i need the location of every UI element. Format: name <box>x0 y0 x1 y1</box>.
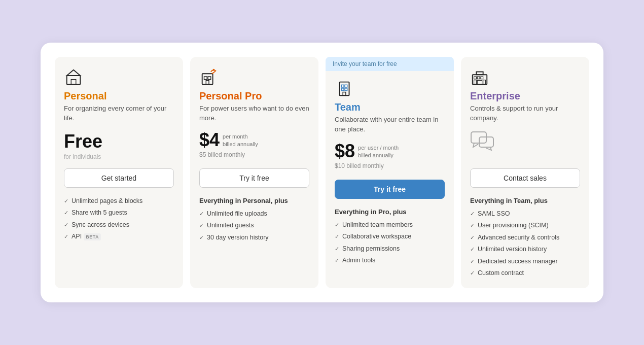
plan-desc-enterprise: Controls & support to run your company. <box>470 104 580 122</box>
check-icon: ✓ <box>470 258 475 265</box>
feature-item: ✓ Unlimited guests <box>199 221 309 230</box>
feature-item: ✓ Dedicated success manager <box>470 257 580 266</box>
feature-item: ✓ Share with 5 guests <box>64 209 174 218</box>
feature-list-personal: ✓ Unlimited pages & blocks ✓ Share with … <box>64 197 174 242</box>
feature-text: Sharing permissions <box>342 245 400 254</box>
feature-item: ✓ Advanced security & controls <box>470 233 580 243</box>
svg-rect-21 <box>476 72 483 75</box>
feature-item: ✓ Unlimited file uploads <box>199 210 309 219</box>
check-icon: ✓ <box>199 234 204 242</box>
highlight-banner: Invite your team for free <box>326 57 454 71</box>
plan-card-team: Invite your team for free TeamCollaborat… <box>326 57 454 288</box>
feature-text: Dedicated success manager <box>478 257 558 266</box>
features-header-personal-pro: Everything in Personal, plus <box>199 197 309 204</box>
svg-rect-10 <box>345 85 347 88</box>
feature-text: Custom contract <box>478 269 524 278</box>
api-badge: BETA <box>84 233 101 241</box>
price-billed-personal-pro: billed annually <box>223 141 258 148</box>
check-icon: ✓ <box>64 197 68 205</box>
feature-text: SAML SSO <box>478 210 510 219</box>
check-icon: ✓ <box>470 234 475 242</box>
svg-rect-4 <box>204 77 207 80</box>
svg-rect-13 <box>343 92 346 96</box>
feature-item: ✓ Unlimited pages & blocks <box>64 197 174 206</box>
plan-btn-personal-pro[interactable]: Try it free <box>199 168 309 188</box>
feature-text: Unlimited guests <box>207 221 254 230</box>
price-area-enterprise <box>470 131 580 161</box>
svg-point-7 <box>213 69 215 71</box>
check-icon: ✓ <box>64 221 68 229</box>
feature-text: Share with 5 guests <box>71 209 127 218</box>
feature-text: Sync across devices <box>71 221 129 230</box>
plan-btn-enterprise[interactable]: Contact sales <box>470 168 580 188</box>
feature-item: ✓ Unlimited team members <box>335 221 445 230</box>
check-icon: ✓ <box>335 245 339 253</box>
feature-list-enterprise: ✓ SAML SSO ✓ User provisioning (SCIM) ✓ … <box>470 210 580 278</box>
feature-text: Unlimited version history <box>478 245 547 254</box>
svg-rect-14 <box>473 75 487 85</box>
svg-rect-2 <box>71 80 76 85</box>
plan-card-enterprise: EnterpriseControls & support to run your… <box>461 57 589 288</box>
feature-item: ✓ Custom contract <box>470 269 580 278</box>
plan-name-team: Team <box>335 101 445 113</box>
check-icon: ✓ <box>199 210 204 218</box>
feature-item: ✓ Sync across devices <box>64 221 174 230</box>
plan-desc-personal: For organizing every corner of your life… <box>64 104 174 122</box>
feature-text: Collaborative workspace <box>342 232 411 242</box>
feature-text: User provisioning (SCIM) <box>478 221 549 230</box>
feature-item: ✓ APIBETA <box>64 232 174 242</box>
price-for-individuals: for individuals <box>64 153 174 160</box>
price-area-personal-pro: $4 per month billed annually $5 billed m… <box>199 131 309 161</box>
svg-rect-18 <box>474 80 477 85</box>
check-icon: ✓ <box>64 209 68 217</box>
feature-text: Advanced security & controls <box>478 233 559 243</box>
check-icon: ✓ <box>470 210 475 218</box>
price-billed-team: billed annually <box>358 152 399 159</box>
price-monthly-team: $10 billed monthly <box>335 162 445 169</box>
price-free: Free <box>64 131 174 152</box>
svg-rect-9 <box>341 85 344 88</box>
plan-btn-personal[interactable]: Get started <box>64 168 174 188</box>
check-icon: ✓ <box>470 222 475 229</box>
feature-text: Unlimited team members <box>342 221 413 230</box>
feature-text: Unlimited pages & blocks <box>71 197 142 206</box>
feature-item: ✓ Unlimited version history <box>470 245 580 254</box>
feature-item: ✓ Admin tools <box>335 256 445 265</box>
plan-name-personal-pro: Personal Pro <box>199 90 309 102</box>
price-area-personal: Freefor individuals <box>64 131 174 161</box>
check-icon: ✓ <box>335 221 339 229</box>
plan-name-enterprise: Enterprise <box>470 90 580 102</box>
svg-rect-19 <box>483 80 486 85</box>
feature-text: Admin tools <box>342 256 375 265</box>
plan-desc-team: Collaborate with your entire team in one… <box>335 115 445 133</box>
check-icon: ✓ <box>470 269 475 277</box>
plan-name-personal: Personal <box>64 90 174 102</box>
feature-item: ✓ Collaborative workspace <box>335 232 445 242</box>
svg-rect-16 <box>477 77 480 79</box>
check-icon: ✓ <box>64 233 68 240</box>
plan-desc-personal-pro: For power users who want to do even more… <box>199 104 309 122</box>
check-icon: ✓ <box>335 257 339 264</box>
feature-list-team: ✓ Unlimited team members ✓ Collaborative… <box>335 221 445 265</box>
feature-item: ✓ User provisioning (SCIM) <box>470 221 580 230</box>
svg-rect-11 <box>341 88 344 91</box>
feature-text: APIBETA <box>71 232 101 242</box>
pricing-container: PersonalFor organizing every corner of y… <box>41 43 603 302</box>
svg-rect-17 <box>481 77 483 79</box>
svg-rect-20 <box>477 81 482 85</box>
features-header-team: Everything in Pro, plus <box>335 208 445 216</box>
feature-text: 30 day version history <box>207 233 269 243</box>
svg-rect-5 <box>208 77 211 80</box>
svg-rect-12 <box>345 88 347 91</box>
plan-btn-team[interactable]: Try it free <box>335 180 445 199</box>
check-icon: ✓ <box>470 246 475 253</box>
check-icon: ✓ <box>199 222 204 229</box>
feature-item: ✓ 30 day version history <box>199 233 309 243</box>
feature-item: ✓ SAML SSO <box>470 210 580 219</box>
price-area-team: $8 per user / month billed annually $10 … <box>335 142 445 172</box>
svg-rect-6 <box>206 81 209 85</box>
price-per-month-personal-pro: per month <box>223 133 258 141</box>
plan-card-personal: PersonalFor organizing every corner of y… <box>55 57 183 288</box>
price-big-personal-pro: $4 <box>199 131 220 149</box>
svg-rect-8 <box>340 82 349 96</box>
